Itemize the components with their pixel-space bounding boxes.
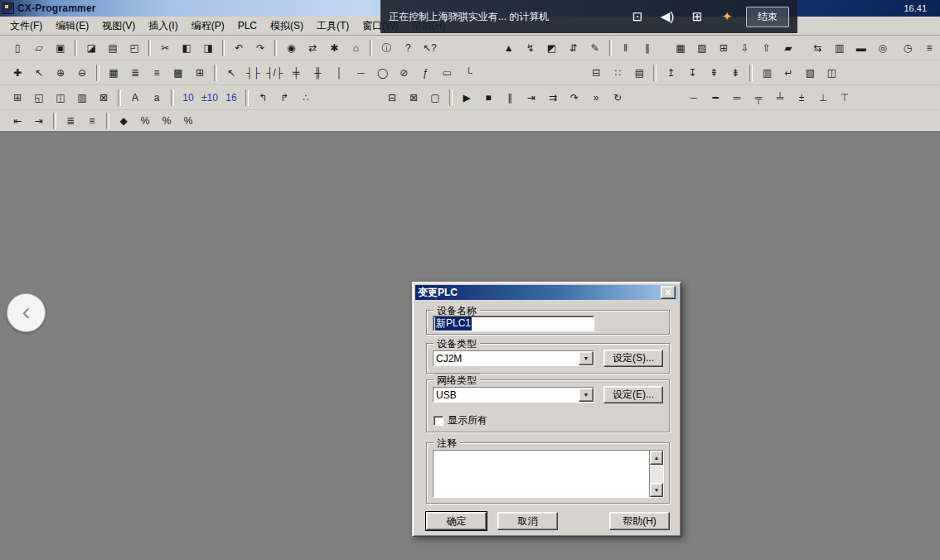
tee-icon[interactable]: ⊤ xyxy=(835,89,855,106)
open-project-icon[interactable]: ▱ xyxy=(29,40,49,56)
screen-grid-icon[interactable]: ⊞ xyxy=(688,9,706,24)
force-set-icon[interactable]: ↥ xyxy=(661,65,681,81)
mnemonic-view-icon[interactable]: ∷ xyxy=(608,65,627,81)
compare-with-plc-icon[interactable]: ⇵ xyxy=(564,40,584,56)
usage-low-icon[interactable]: % xyxy=(135,113,155,129)
go-to-previous-icon[interactable]: ↰ xyxy=(253,89,273,106)
select-mode-icon[interactable]: ↖ xyxy=(29,65,49,81)
menu-item-edit[interactable]: 编辑(E) xyxy=(49,17,95,36)
run-icon[interactable]: ▶ xyxy=(457,89,477,106)
menu-item-plc[interactable]: PLC xyxy=(231,17,264,34)
save-project-icon[interactable]: ▣ xyxy=(51,40,70,56)
step-run-icon[interactable]: ⇉ xyxy=(543,89,563,106)
fullscreen-icon[interactable]: ⊡ xyxy=(628,9,647,24)
window-tile-icon[interactable]: ▥ xyxy=(72,89,92,106)
pan-icon[interactable]: ✚ xyxy=(7,65,27,81)
pause-icon[interactable]: ‖ xyxy=(616,40,636,56)
zoom-in-icon[interactable]: ⊕ xyxy=(51,65,70,81)
display-hex-icon[interactable]: 16 xyxy=(221,89,241,106)
differential-down-icon[interactable]: ⇟ xyxy=(725,65,745,81)
plc-settings-icon[interactable]: ⊞ xyxy=(714,40,734,56)
show-rung-annotations-icon[interactable]: ≡ xyxy=(147,65,167,81)
font-small-icon[interactable]: a xyxy=(147,89,167,106)
device-type-settings-button[interactable]: 设定(S)... xyxy=(603,350,663,367)
plc-memory-icon[interactable]: ▨ xyxy=(692,40,712,56)
ladder-select-icon[interactable]: ↖ xyxy=(221,65,241,81)
views-icon[interactable]: ⊠ xyxy=(94,89,114,106)
copy-icon[interactable]: ◧ xyxy=(177,40,196,56)
device-name-input[interactable]: 新PLC1 xyxy=(433,316,594,331)
work-online-icon[interactable]: ↯ xyxy=(521,40,540,56)
rung-wrap-icon[interactable]: ↵ xyxy=(778,65,798,81)
transfer-to-plc-icon[interactable]: ⇩ xyxy=(735,40,755,56)
print-icon[interactable]: ▤ xyxy=(103,40,123,56)
thick-line-icon[interactable]: ━ xyxy=(705,89,725,106)
window-float-icon[interactable]: ⊞ xyxy=(7,89,27,106)
trace-icon[interactable]: ∴ xyxy=(296,89,316,106)
pause-simulation-icon[interactable]: ∥ xyxy=(500,89,520,106)
upload-icon[interactable]: ▲ xyxy=(499,40,519,56)
transfer-from-plc-icon[interactable]: ⇧ xyxy=(757,40,777,56)
scrollbar-track[interactable] xyxy=(650,465,663,483)
io-comment-view-icon[interactable]: ▥ xyxy=(757,65,777,81)
search-files-icon[interactable]: ◪ xyxy=(81,40,101,56)
usage-high-icon[interactable]: % xyxy=(178,113,198,129)
step-over-icon[interactable]: ↷ xyxy=(564,89,584,106)
show-line-comments-icon[interactable]: ≡ xyxy=(82,113,102,129)
new-or-contact-icon[interactable]: ╪ xyxy=(286,65,306,81)
help-topics-icon[interactable]: ? xyxy=(398,40,418,56)
menu-item-simulation[interactable]: 模拟(S) xyxy=(264,17,310,36)
window-cascade-icon[interactable]: ◫ xyxy=(51,89,70,106)
find-address-icon[interactable]: ⌂ xyxy=(346,40,366,56)
show-rung-comments-icon[interactable]: ≣ xyxy=(61,113,80,129)
menu-item-insert[interactable]: 插入(I) xyxy=(142,17,184,36)
rung-top-icon[interactable]: ╤ xyxy=(749,89,768,106)
new-instruction-icon[interactable]: ƒ xyxy=(415,65,435,81)
end-session-button[interactable]: 结束 xyxy=(746,7,789,27)
scan-run-icon[interactable]: ↻ xyxy=(608,89,627,106)
usage-medium-icon[interactable]: % xyxy=(157,113,177,129)
cut-icon[interactable]: ✂ xyxy=(155,40,175,56)
go-to-next-icon[interactable]: ↱ xyxy=(274,89,294,106)
monitor-clock-icon[interactable]: ◷ xyxy=(898,40,918,56)
toggle-grid-icon[interactable]: ▦ xyxy=(104,65,124,81)
zoom-out-icon[interactable]: ⊖ xyxy=(72,65,92,81)
help-button[interactable]: 帮助(H) xyxy=(609,512,670,530)
show-all-checkbox[interactable] xyxy=(434,416,443,426)
replace-icon[interactable]: ⇄ xyxy=(303,40,322,56)
address-reference-icon[interactable]: ◎ xyxy=(873,40,893,56)
simulator-connect-icon[interactable]: ⊟ xyxy=(382,89,402,106)
indent-rung-icon[interactable]: ⇥ xyxy=(29,113,49,129)
monitor-priority-icon[interactable]: ◆ xyxy=(114,113,133,129)
data-display-icon[interactable]: ▧ xyxy=(800,65,820,81)
new-project-icon[interactable]: ▯ xyxy=(7,40,27,56)
stop-icon[interactable]: ■ xyxy=(478,89,498,106)
output-window-icon[interactable]: ▬ xyxy=(851,40,871,56)
thin-line-icon[interactable]: ─ xyxy=(684,89,704,106)
ok-button[interactable]: 确定 xyxy=(426,512,487,530)
io-table-icon[interactable]: ▦ xyxy=(671,40,690,56)
new-contact-icon[interactable]: ┤├ xyxy=(243,65,263,81)
rung-bottom-icon[interactable]: ╧ xyxy=(770,89,790,106)
network-type-combobox[interactable]: USB ▼ xyxy=(433,387,594,403)
program-view-icon[interactable]: ⊟ xyxy=(586,65,606,81)
online-edit-icon[interactable]: ✎ xyxy=(585,40,605,56)
watch-icon[interactable]: ◫ xyxy=(821,65,841,81)
watch-window-icon[interactable]: ▥ xyxy=(830,40,850,56)
outdent-rung-icon[interactable]: ⇤ xyxy=(7,113,27,129)
back-navigation-button[interactable]: ‹ xyxy=(7,293,46,332)
paste-icon[interactable]: ◨ xyxy=(198,40,218,56)
context-help-icon[interactable]: ↖? xyxy=(419,40,439,56)
print-preview-icon[interactable]: ◰ xyxy=(124,40,144,56)
show-comments-icon[interactable]: ≣ xyxy=(125,65,145,81)
properties-icon[interactable]: ⓘ xyxy=(376,40,396,56)
force-reset-icon[interactable]: ↧ xyxy=(682,65,702,81)
menu-item-view[interactable]: 视图(V) xyxy=(95,17,142,36)
double-line-icon[interactable]: ═ xyxy=(727,89,747,106)
comment-scrollbar[interactable]: ▲ ▼ xyxy=(649,451,663,497)
menu-item-file[interactable]: 文件(F) xyxy=(3,17,49,36)
new-closed-coil-icon[interactable]: ⊘ xyxy=(394,65,414,81)
options-icon[interactable]: ≡ xyxy=(919,40,939,56)
comment-textarea[interactable]: ▲ ▼ xyxy=(433,450,664,498)
line-connector-icon[interactable]: └ xyxy=(458,65,478,81)
